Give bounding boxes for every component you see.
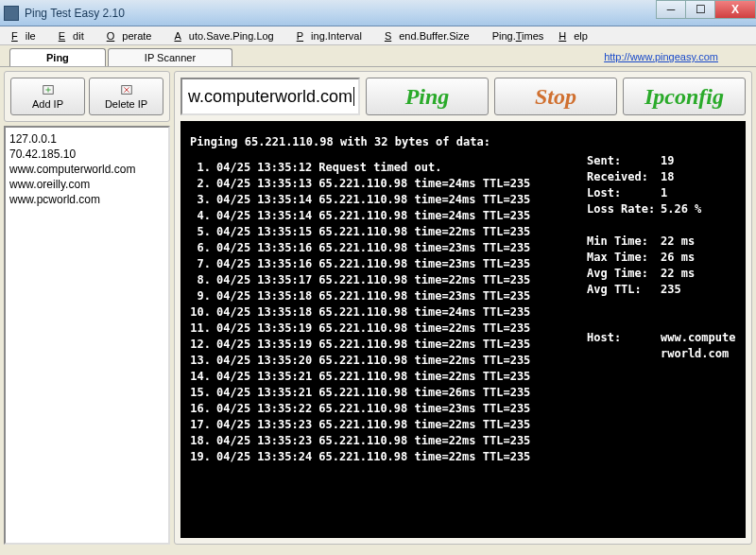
list-item[interactable]: 70.42.185.10 (9, 147, 164, 162)
menu-times[interactable]: Ping.Times (485, 28, 552, 43)
terminal-line: 17.04/25 13:35:23 65.221.110.98 time=22m… (190, 417, 587, 433)
terminal-output: Pinging 65.221.110.98 with 32 bytes of d… (180, 121, 746, 538)
terminal-header: Pinging 65.221.110.98 with 32 bytes of d… (190, 134, 587, 150)
terminal-line: 13.04/25 13:35:20 65.221.110.98 time=22m… (190, 353, 587, 369)
list-item[interactable]: www.computerworld.com (9, 162, 164, 177)
menu-buffer[interactable]: Send.Buffer.Size (377, 28, 485, 43)
tab-ip-scanner[interactable]: IP Scanner (108, 48, 232, 66)
terminal-line: 14.04/25 13:35:21 65.221.110.98 time=22m… (190, 369, 587, 385)
terminal-line: 11.04/25 13:35:19 65.221.110.98 time=22m… (190, 321, 587, 337)
delete-ip-button[interactable]: Delete IP (89, 78, 163, 115)
menu-file[interactable]: File (4, 28, 51, 43)
terminal-line: 8.04/25 13:35:17 65.221.110.98 time=22ms… (190, 272, 587, 288)
stop-button[interactable]: Stop (494, 78, 617, 115)
delete-icon (120, 83, 133, 96)
terminal-line: 1.04/25 13:35:12 Request timed out. (190, 160, 587, 176)
terminal-line: 7.04/25 13:35:16 65.221.110.98 time=23ms… (190, 256, 587, 272)
add-icon (42, 83, 55, 96)
menu-operate[interactable]: Operate (99, 28, 167, 43)
host-input[interactable]: w.computerworld.com (180, 78, 360, 115)
terminal-line: 15.04/25 13:35:21 65.221.110.98 time=26m… (190, 385, 587, 401)
menu-help[interactable]: Help (551, 28, 603, 43)
app-icon (4, 6, 19, 21)
ping-button[interactable]: Ping (366, 78, 489, 115)
tab-ping[interactable]: Ping (9, 48, 106, 66)
close-button[interactable]: X (714, 0, 756, 19)
list-item[interactable]: 127.0.0.1 (9, 131, 164, 147)
terminal-line: 3.04/25 13:35:14 65.221.110.98 time=24ms… (190, 192, 587, 208)
maximize-button[interactable]: ☐ (685, 0, 715, 19)
terminal-line: 16.04/25 13:35:22 65.221.110.98 time=23m… (190, 401, 587, 417)
ipconfig-button[interactable]: Ipconfig (623, 78, 746, 115)
menu-interval[interactable]: Ping.Interval (289, 28, 377, 43)
terminal-line: 4.04/25 13:35:14 65.221.110.98 time=24ms… (190, 208, 587, 224)
window-title: Ping Test Easy 2.10 (25, 7, 125, 20)
terminal-line: 10.04/25 13:35:18 65.221.110.98 time=24m… (190, 304, 587, 321)
terminal-line: 18.04/25 13:35:23 65.221.110.98 time=22m… (190, 433, 587, 449)
list-item[interactable]: www.pcworld.com (9, 192, 164, 207)
terminal-line: 2.04/25 13:35:13 65.221.110.98 time=24ms… (190, 176, 587, 192)
terminal-line: 9.04/25 13:35:18 65.221.110.98 time=23ms… (190, 288, 587, 304)
tab-bar: Ping IP Scanner http://www.pingeasy.com (0, 45, 756, 66)
title-bar: Ping Test Easy 2.10 ─ ☐ X (0, 0, 756, 26)
minimize-button[interactable]: ─ (656, 0, 686, 19)
website-link[interactable]: http://www.pingeasy.com (604, 51, 718, 66)
menu-bar: File Edit Operate Auto.Save.Ping.Log Pin… (0, 26, 756, 45)
terminal-line: 19.04/25 13:35:24 65.221.110.98 time=22m… (190, 449, 587, 465)
list-item[interactable]: www.oreilly.com (9, 177, 164, 192)
ip-listbox[interactable]: 127.0.0.1 70.42.185.10 www.computerworld… (4, 126, 170, 545)
menu-edit[interactable]: Edit (51, 28, 99, 43)
menu-autosave[interactable]: Auto.Save.Ping.Log (166, 28, 288, 43)
terminal-line: 5.04/25 13:35:15 65.221.110.98 time=22ms… (190, 224, 587, 240)
stats-panel: Sent:19 Received:18 Lost:1 Loss Rate:5.2… (587, 134, 736, 529)
terminal-line: 6.04/25 13:35:16 65.221.110.98 time=23ms… (190, 240, 587, 256)
add-ip-button[interactable]: Add IP (10, 78, 85, 115)
terminal-line: 12.04/25 13:35:19 65.221.110.98 time=22m… (190, 337, 587, 353)
